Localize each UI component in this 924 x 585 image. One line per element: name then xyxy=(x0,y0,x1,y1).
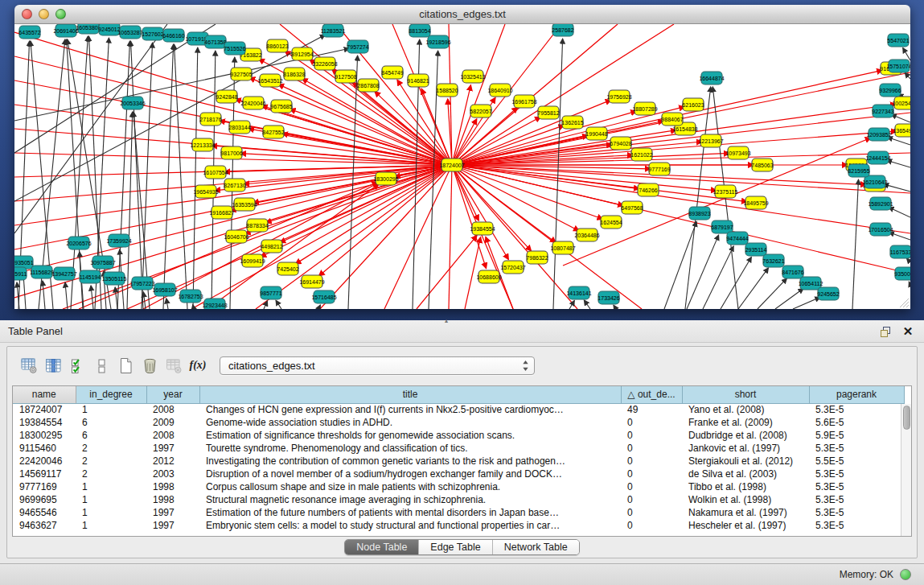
table-cell[interactable]: 19384554 xyxy=(13,416,76,429)
table-cell[interactable]: 0 xyxy=(621,506,682,519)
table-cell[interactable]: 1997 xyxy=(146,519,199,532)
table-cell[interactable]: 5.3E-5 xyxy=(809,519,904,532)
delete-table-button[interactable] xyxy=(162,353,186,377)
tab-node-table[interactable]: Node Table xyxy=(345,540,419,554)
table-cell[interactable]: 18300295 xyxy=(13,429,76,442)
table-cell[interactable]: 14569117 xyxy=(13,468,76,480)
network-edge[interactable] xyxy=(563,138,871,266)
network-window-titlebar[interactable]: citations_edges.txt xyxy=(14,5,910,24)
network-edge[interactable] xyxy=(664,221,696,309)
unselect-all-button[interactable] xyxy=(89,353,113,377)
network-edge[interactable] xyxy=(721,257,751,309)
panel-collapse-arrow[interactable]: ▴ xyxy=(445,317,448,324)
network-edge[interactable] xyxy=(687,235,719,309)
table-cell[interactable]: 1998 xyxy=(146,480,199,493)
table-cell[interactable]: Wolkin et al. (1998) xyxy=(682,493,809,506)
table-cell[interactable]: Estimation of significance thresholds fo… xyxy=(199,429,621,442)
table-cell[interactable]: 5.6E-5 xyxy=(809,416,904,429)
table-cell[interactable]: Nakamura et al. (1997) xyxy=(682,506,809,519)
table-cell[interactable]: Hescheler et al. (1997) xyxy=(682,519,809,532)
select-all-button[interactable] xyxy=(65,353,89,377)
network-edge[interactable] xyxy=(43,281,45,309)
network-edge[interactable] xyxy=(249,77,452,165)
table-cell[interactable]: 1997 xyxy=(146,442,199,455)
table-cell[interactable]: Disruption of a novel member of a sodium… xyxy=(199,468,621,480)
network-edge[interactable] xyxy=(584,300,590,309)
network-window[interactable]: citations_edges.txt 18724007716382288601… xyxy=(14,5,910,309)
network-edge[interactable] xyxy=(65,282,68,309)
table-cell[interactable]: 2003 xyxy=(146,468,199,480)
table-vertical-scrollbar[interactable] xyxy=(901,404,911,536)
table-cell[interactable]: 22420046 xyxy=(13,455,76,468)
network-edge[interactable] xyxy=(887,137,910,145)
table-cell[interactable]: 1 xyxy=(76,403,146,416)
function-builder-button[interactable]: f(x) xyxy=(186,353,210,377)
table-cell[interactable]: Stergiakouli et al. (2012) xyxy=(682,455,809,468)
table-cell[interactable]: de Silva et al. (2003) xyxy=(682,468,809,480)
network-edge[interactable] xyxy=(909,282,910,285)
network-edge[interactable] xyxy=(417,236,477,309)
network-edge[interactable] xyxy=(14,24,216,153)
column-header-pagerank[interactable]: pagerank xyxy=(809,386,904,403)
table-cell[interactable]: 0 xyxy=(621,519,682,532)
table-row[interactable]: 1830029562008Estimation of significance … xyxy=(13,429,904,442)
column-header-title[interactable]: title xyxy=(199,386,621,403)
memory-status-indicator[interactable] xyxy=(900,569,911,580)
table-cell[interactable]: 5.3E-5 xyxy=(809,493,904,506)
table-cell[interactable]: 0 xyxy=(621,468,682,480)
network-edge[interactable] xyxy=(891,114,910,122)
table-cell[interactable]: 0 xyxy=(621,493,682,506)
table-cell[interactable]: 9777169 xyxy=(13,480,76,493)
table-cell[interactable]: Corpus callosum shape and size in male p… xyxy=(199,480,621,493)
network-edge[interactable] xyxy=(614,305,616,309)
table-cell[interactable]: Investigating the contribution of common… xyxy=(199,455,621,468)
table-row[interactable]: 977716911998Corpus callosum shape and si… xyxy=(13,480,904,493)
table-cell[interactable]: 5.3E-5 xyxy=(809,506,904,519)
network-edge[interactable] xyxy=(703,246,733,309)
table-cell[interactable]: 0 xyxy=(621,480,682,493)
network-edge[interactable] xyxy=(131,41,143,309)
new-file-button[interactable] xyxy=(113,353,138,377)
table-cell[interactable]: 1997 xyxy=(146,506,199,519)
network-edge[interactable] xyxy=(887,160,910,167)
table-cell[interactable]: Structural magnetic resonance image aver… xyxy=(199,493,621,506)
network-edge[interactable] xyxy=(452,165,513,309)
table-cell[interactable]: Estimation of the future numbers of pati… xyxy=(199,506,621,519)
table-cell[interactable]: 5.3E-5 xyxy=(809,403,904,416)
table-cell[interactable]: 5.3E-5 xyxy=(809,480,904,493)
network-edge[interactable] xyxy=(142,43,153,309)
table-cell[interactable]: Changes of HCN gene expression and I(f) … xyxy=(199,403,621,416)
table-select-combobox[interactable]: citations_edges.txt xyxy=(220,356,535,375)
network-edge[interactable] xyxy=(285,51,452,165)
table-cell[interactable]: 1 xyxy=(76,519,146,532)
table-row[interactable]: 1938455462009Genome-wide association stu… xyxy=(13,416,904,429)
column-header-name[interactable]: name xyxy=(13,386,76,403)
table-cell[interactable]: 5.9E-5 xyxy=(809,429,904,442)
table-cell[interactable]: 9115460 xyxy=(13,442,76,455)
network-edge[interactable] xyxy=(452,165,910,233)
table-cell[interactable]: 18724007 xyxy=(13,403,76,416)
table-row[interactable]: 2242004622012Investigating the contribut… xyxy=(13,455,904,468)
table-cell[interactable]: 6 xyxy=(76,416,146,429)
column-header-out_de[interactable]: △ out_de... xyxy=(621,386,682,403)
table-row[interactable]: 946554611997Estimation of the future num… xyxy=(13,506,904,519)
table-cell[interactable]: 0 xyxy=(621,416,682,429)
table-row[interactable]: 911546021997Tourette syndrome. Phenomeno… xyxy=(13,442,904,455)
table-cell[interactable]: 1 xyxy=(76,506,146,519)
scrollbar-thumb[interactable] xyxy=(903,406,910,430)
table-row[interactable]: 946362711997Embryonic stem cells: a mode… xyxy=(13,519,904,532)
table-cell[interactable]: 1 xyxy=(76,493,146,506)
network-canvas[interactable]: 1872400771638228860123891295423226058932… xyxy=(14,24,910,309)
table-row[interactable]: 969969511998Structural magnetic resonanc… xyxy=(13,493,904,506)
table-cell[interactable]: 9463627 xyxy=(13,519,76,532)
network-edge[interactable] xyxy=(452,165,532,251)
network-edge[interactable] xyxy=(14,35,325,201)
network-edge[interactable] xyxy=(452,165,747,202)
table-cell[interactable]: 6 xyxy=(76,429,146,442)
table-cell[interactable]: 0 xyxy=(621,455,682,468)
network-edge[interactable] xyxy=(348,56,358,309)
network-edge[interactable] xyxy=(793,297,820,309)
network-edge[interactable] xyxy=(452,165,717,191)
tab-network-table[interactable]: Network Table xyxy=(493,540,579,554)
network-edge[interactable] xyxy=(889,208,910,217)
